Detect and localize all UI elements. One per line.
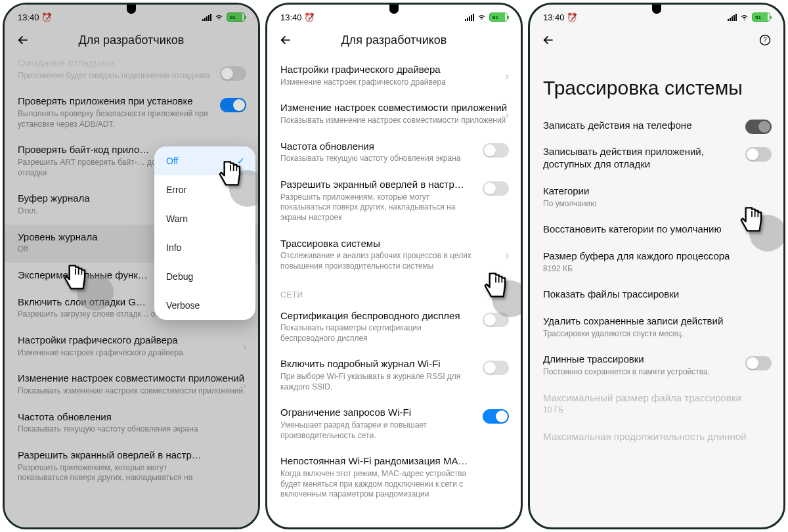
header: Для разработчиков	[267, 27, 521, 57]
toggle[interactable]	[220, 98, 246, 112]
item-show-traces[interactable]: Показать файлы трассировки	[530, 282, 783, 309]
signal-icon	[202, 13, 211, 21]
item-compat[interactable]: Изменение настроек совместимости приложе…	[5, 366, 258, 404]
chevron-right-icon: ›	[243, 341, 246, 353]
page-title: Трассировка системы	[530, 51, 783, 113]
chevron-right-icon: ›	[243, 380, 246, 391]
notch	[389, 5, 399, 14]
alarm-off-icon: ⏰̸	[567, 12, 577, 22]
item-buffer-size[interactable]: Размер буфера для каждого процессора 819…	[530, 244, 783, 282]
help-button[interactable]: ?	[757, 32, 773, 48]
check-icon: ✓	[237, 156, 245, 166]
item-graphics-driver[interactable]: Настройки графического драйвера Изменени…	[267, 57, 521, 95]
item-overlay[interactable]: Разрешить экранный оверлей в настр… Разр…	[5, 443, 258, 491]
item-graphics-driver[interactable]: Настройки графического драйвера Изменени…	[5, 328, 258, 366]
item-refresh-rate[interactable]: Частота обновления Показывать текущую ча…	[5, 405, 258, 443]
alarm-off-icon: ⏰̸	[304, 12, 315, 22]
item-verify-apps[interactable]: Проверять приложения при установке Выпол…	[5, 89, 258, 137]
wifi-icon	[739, 13, 749, 21]
touch-indicator	[749, 215, 785, 252]
page-title: Для разработчиков	[15, 33, 248, 47]
toggle[interactable]	[220, 66, 246, 81]
chevron-right-icon: ›	[506, 70, 509, 82]
battery-icon: 91	[489, 12, 508, 22]
toggle[interactable]	[483, 181, 509, 196]
item-refresh-rate[interactable]: Частота обновления Показывать текущую ча…	[267, 134, 521, 172]
battery-icon: 91	[227, 12, 245, 22]
signal-icon	[728, 13, 737, 21]
item-record-phone[interactable]: Записать действия на телефоне	[530, 113, 783, 140]
touch-indicator	[492, 280, 523, 317]
toggle[interactable]	[745, 120, 772, 134]
notch	[652, 5, 661, 14]
opt-verbose[interactable]: Verbose	[154, 291, 255, 320]
chevron-right-icon: ›	[506, 109, 509, 121]
opt-debug[interactable]: Debug	[154, 262, 255, 291]
phone-3: 13:40 ⏰̸ 91 ? Трассировка системы Записа…	[528, 3, 785, 529]
item-max-trace-size: Максимальный размер файла трассировки 10…	[530, 386, 783, 424]
item-wifi-throttle[interactable]: Ограничение запросов Wi-Fi Уменьшает раз…	[267, 400, 521, 449]
settings-list[interactable]: Настройки графического драйвера Изменени…	[267, 57, 521, 527]
wifi-icon	[477, 13, 487, 21]
page-title: Для разработчиков	[278, 33, 510, 47]
item-wifi-mac-rand[interactable]: Непостоянная Wi-Fi рандомизация MA… Когд…	[267, 449, 521, 508]
item-max-trace-duration: Максимальная продолжительность длинной	[530, 424, 783, 445]
section-networks: СЕТИ	[267, 280, 521, 303]
toggle[interactable]	[483, 143, 509, 158]
item-wifi-cert[interactable]: Сертификация беспроводного дисплея Показ…	[267, 303, 521, 352]
time: 13:40	[280, 12, 302, 22]
notch	[127, 5, 136, 14]
item-restore-categories[interactable]: Восстановить категории по умолчанию	[530, 217, 783, 244]
item-record-debuggable[interactable]: Записывать действия приложений, доступны…	[530, 139, 783, 179]
item-wifi-verbose[interactable]: Включить подробный журнал Wi-Fi При выбо…	[267, 351, 521, 400]
phone-1: 13:40 ⏰̸ 91 Для разработчиков Ожидание о…	[3, 3, 260, 529]
svg-text:?: ?	[763, 36, 767, 43]
settings-list[interactable]: Записать действия на телефоне Записывать…	[530, 113, 783, 528]
phone-2: 13:40 ⏰̸ 91 Для разработчиков Настройки …	[265, 3, 523, 529]
item-overlay[interactable]: Разрешить экранный оверлей в настр… Разр…	[267, 172, 521, 231]
item-long-traces[interactable]: Длинные трассировки Постоянно сохраняетс…	[530, 347, 783, 385]
back-button[interactable]	[540, 32, 556, 48]
time: 13:40	[18, 12, 39, 22]
toggle[interactable]	[483, 361, 509, 375]
item-delete-traces[interactable]: Удалить сохраненные записи действий Трас…	[530, 309, 783, 347]
header: ?	[530, 27, 783, 51]
toggle[interactable]	[745, 356, 772, 370]
item-compat[interactable]: Изменение настроек совместимости приложе…	[267, 95, 521, 133]
time: 13:40	[543, 12, 565, 22]
toggle[interactable]	[483, 409, 509, 424]
item-categories[interactable]: Категории По умолчанию	[530, 179, 783, 217]
opt-info[interactable]: Info	[154, 233, 255, 262]
chevron-right-icon: ›	[506, 250, 509, 261]
item-system-trace[interactable]: Трассировка системы Отслеживание и анали…	[267, 231, 521, 280]
touch-indicator	[229, 170, 260, 207]
header: Для разработчиков	[5, 27, 258, 57]
toggle[interactable]	[745, 147, 772, 162]
item-wait-debugger[interactable]: Ожидание отладчика Приложение будет ожид…	[5, 57, 258, 89]
opt-warn[interactable]: Warn	[154, 204, 255, 233]
alarm-off-icon: ⏰̸	[41, 12, 52, 22]
wifi-icon	[214, 13, 224, 21]
battery-icon: 91	[752, 12, 770, 22]
signal-icon	[465, 13, 474, 21]
touch-indicator	[77, 274, 114, 311]
